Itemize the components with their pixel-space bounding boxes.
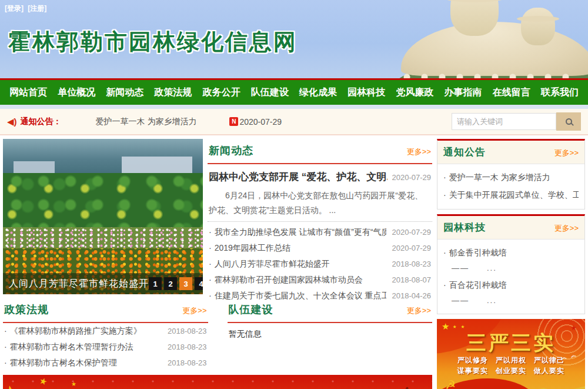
notice-panel: 通知公告 更多>> 爱护一草一木 为家乡增活力 关于集中开展花园式单位、学校、工…	[437, 139, 585, 210]
main-content: 人间八月芳菲尽霍市鲜花始盛开 1 2 3 4 新闻动态 更多>>	[0, 135, 588, 389]
tech-panel-item[interactable]: 郁金香引种栽培	[443, 244, 579, 261]
carousel-pagination: 1 2 3 4	[149, 277, 203, 290]
news-item-title[interactable]: 人间八月芳菲尽霍市鲜花始盛开	[209, 257, 386, 271]
news-item-date: 2020-07-29	[392, 225, 432, 239]
notice-panel-item[interactable]: 爱护一草一木 为家乡增活力	[443, 168, 579, 186]
policy-list-item[interactable]: 霍林郭勒市古树名木管理暂行办法 2018-08-23	[3, 339, 208, 355]
team-section: 队伍建设 更多>> 暂无信息	[228, 298, 433, 371]
tech-panel: 园林科技 更多>> 郁金香引种栽培 —— ... 百合花引种栽培 —— ...	[437, 214, 585, 314]
carousel-page-2[interactable]: 2	[164, 277, 177, 290]
news-header: 新闻动态 更多>>	[208, 139, 432, 164]
site-title: 霍林郭勒市园林绿化信息网	[8, 27, 298, 57]
new-badge-icon: N	[229, 117, 238, 126]
carousel-photo-pink-flowers	[3, 227, 203, 250]
right-column: 通知公告 更多>> 爱护一草一木 为家乡增活力 关于集中开展花园式单位、学校、工…	[437, 139, 585, 389]
carousel-page-3[interactable]: 3	[179, 277, 192, 290]
notice-panel-body: 爱护一草一木 为家乡增活力 关于集中开展花园式单位、学校、工厂...	[437, 164, 584, 209]
statue-base-graphic	[401, 22, 588, 76]
star-icon: ★	[38, 375, 49, 387]
policy-item-title[interactable]: 霍林郭勒市古树名木管理暂行办法	[4, 340, 162, 354]
speaker-icon: ◀)	[7, 117, 17, 127]
statue-large-icon	[450, 0, 499, 36]
search-icon	[566, 118, 572, 125]
carousel-page-1[interactable]: 1	[149, 277, 162, 290]
party-emblem-icon: ☭	[445, 378, 456, 389]
news-item-title[interactable]: 霍林郭勒市召开创建国家园林城市动员会	[209, 272, 386, 287]
policy-item-date: 2018-08-23	[168, 340, 207, 354]
team-more-link[interactable]: 更多>>	[407, 305, 431, 316]
nav-item-policy[interactable]: 政策法规	[155, 87, 192, 99]
tech-panel-item-sub: —— ...	[443, 294, 579, 308]
banner-title: 三严三实	[437, 330, 585, 357]
news-item-title[interactable]: 2019年园林工作总结	[209, 241, 386, 255]
tech-panel-item[interactable]: 百合花引种栽培	[443, 276, 579, 294]
news-list-item[interactable]: 2019年园林工作总结 2020-07-29	[208, 240, 432, 256]
notice-panel-item[interactable]: 关于集中开展花园式单位、学校、工厂...	[443, 186, 579, 204]
search-button[interactable]	[556, 112, 581, 131]
policy-header: 政策法规 更多>>	[3, 298, 208, 323]
site-header: [登录] [注册] 霍林郭勒市园林绿化信息网	[0, 0, 588, 78]
notice-ticker-item[interactable]: 爱护一草一木 为家乡增活力	[96, 117, 197, 127]
tech-panel-body: 郁金香引种栽培 —— ... 百合花引种栽培 —— ...	[437, 240, 584, 314]
register-link[interactable]: [注册]	[28, 4, 46, 12]
nav-item-message[interactable]: 在线留言	[493, 87, 530, 99]
nav-item-about[interactable]: 单位概况	[58, 87, 95, 99]
nav-item-news[interactable]: 新闻动态	[106, 87, 143, 99]
nav-item-team[interactable]: 队伍建设	[251, 87, 289, 99]
policy-more-link[interactable]: 更多>>	[182, 305, 206, 316]
featured-news-summary: 6月24日，园林中心党支部在敖包山芍药园开展“爱花、护花、文明赏花”主题党日活动…	[209, 188, 431, 218]
news-item-date: 2018-08-23	[392, 257, 432, 271]
tech-panel-header: 园林科技 更多>>	[437, 216, 584, 240]
star-icon: ★	[71, 381, 76, 387]
news-section: 新闻动态 更多>> 园林中心党支部开展 “爱花、护花、文明... 2020-07…	[208, 139, 432, 294]
news-item-title[interactable]: 我市全力助推绿色发展 让城市有“颜值”更有“气质”	[209, 225, 386, 240]
left-column: 人间八月芳菲尽霍市鲜花始盛开 1 2 3 4 新闻动态 更多>>	[3, 139, 432, 389]
team-header: 队伍建设 更多>>	[228, 298, 433, 323]
policy-list-item[interactable]: 《霍林郭勒市林荫路推广实施方案》 2018-08-23	[3, 323, 208, 339]
team-empty-text: 暂无信息	[228, 323, 433, 345]
dotted-divider	[208, 221, 432, 222]
search-box	[452, 112, 581, 131]
tech-panel-more-link[interactable]: 更多>>	[554, 223, 579, 234]
nav-item-achievements[interactable]: 绿化成果	[299, 87, 337, 99]
featured-news-date: 2020-07-29	[392, 173, 432, 182]
nav-gap-strip	[0, 105, 588, 109]
tech-panel-title: 园林科技	[443, 221, 486, 234]
notice-panel-title: 通知公告	[443, 145, 486, 159]
bottom-red-banner[interactable]: ★ ★ ★ ★ ★	[3, 375, 432, 389]
notice-panel-more-link[interactable]: 更多>>	[554, 148, 579, 158]
featured-news-title[interactable]: 园林中心党支部开展 “爱花、护花、文明...	[209, 170, 387, 184]
carousel-photo-hills	[3, 139, 203, 175]
policy-list-item[interactable]: 霍林郭勒市古树名木保护管理 2018-08-23	[3, 355, 208, 371]
notice-label: 通知公告：	[21, 117, 62, 127]
news-title: 新闻动态	[209, 144, 253, 158]
news-more-link[interactable]: 更多>>	[407, 147, 431, 157]
policy-section: 政策法规 更多>> 《霍林郭勒市林荫路推广实施方案》 2018-08-23 霍林…	[3, 298, 208, 371]
account-links: [登录] [注册]	[5, 4, 49, 14]
bottom-row: 政策法规 更多>> 《霍林郭勒市林荫路推广实施方案》 2018-08-23 霍林…	[3, 298, 432, 371]
nav-item-gov-affairs[interactable]: 政务公开	[203, 87, 240, 99]
nav-item-contact[interactable]: 联系我们	[541, 87, 579, 99]
main-nav: 网站首页 单位概况 新闻动态 政策法规 政务公开 队伍建设 绿化成果 园林科技 …	[0, 80, 588, 105]
search-input[interactable]	[452, 113, 556, 130]
news-list: 我市全力助推绿色发展 让城市有“颜值”更有“气质” 2020-07-29 201…	[208, 224, 432, 304]
photo-carousel[interactable]: 人间八月芳菲尽霍市鲜花始盛开 1 2 3 4	[3, 139, 203, 294]
nav-item-guide[interactable]: 办事指南	[445, 87, 482, 99]
nav-item-home[interactable]: 网站首页	[9, 87, 47, 99]
nav-item-party[interactable]: 党风廉政	[396, 87, 433, 99]
three-stricts-banner[interactable]: ★ ★ ⋆ ⋆ 三严三实 严以修身 严以用权 严以律己 谋事要实 创业要实 做人…	[437, 319, 585, 389]
news-list-item[interactable]: 人间八月芳菲尽霍市鲜花始盛开 2018-08-23	[208, 256, 432, 272]
banner-line2: 谋事要实 创业要实 做人要实	[437, 366, 585, 376]
yurts-graphic	[402, 70, 579, 78]
login-link[interactable]: [登录]	[5, 4, 24, 12]
carousel-page-4[interactable]: 4	[195, 277, 203, 290]
featured-news: 园林中心党支部开展 “爱花、护花、文明... 2020-07-29	[208, 164, 432, 184]
policy-item-title[interactable]: 霍林郭勒市古树名木保护管理	[4, 355, 162, 370]
news-list-item[interactable]: 我市全力助推绿色发展 让城市有“颜值”更有“气质” 2020-07-29	[208, 224, 432, 240]
nav-item-tech[interactable]: 园林科技	[348, 87, 385, 99]
carousel-caption[interactable]: 人间八月芳菲尽霍市鲜花始盛开	[9, 278, 149, 290]
top-row: 人间八月芳菲尽霍市鲜花始盛开 1 2 3 4 新闻动态 更多>>	[3, 139, 432, 294]
policy-item-title[interactable]: 《霍林郭勒市林荫路推广实施方案》	[4, 324, 162, 338]
news-list-item[interactable]: 霍林郭勒市召开创建国家园林城市动员会 2018-08-07	[208, 272, 432, 288]
notice-bar: ◀) 通知公告： 爱护一草一木 为家乡增活力 N 2020-07-29	[0, 109, 588, 135]
